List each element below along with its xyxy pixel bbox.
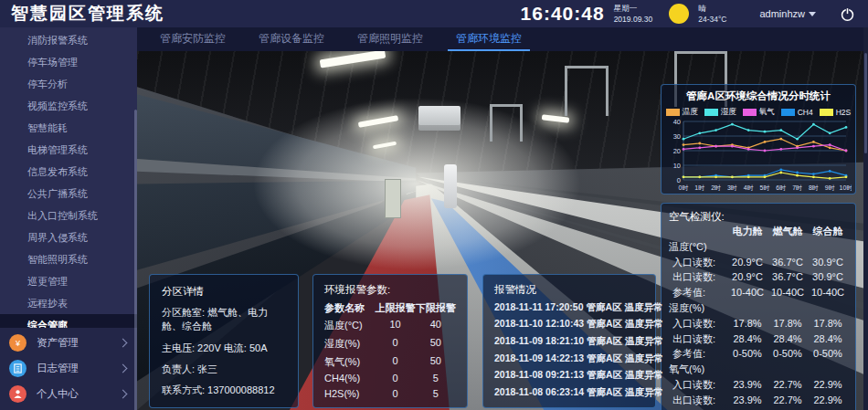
sidebar-group-label: 资产管理 bbox=[37, 336, 79, 350]
air-value: 17.8% bbox=[727, 316, 767, 331]
svg-text:¥: ¥ bbox=[15, 338, 21, 347]
page-scrollbar[interactable] bbox=[863, 27, 868, 410]
svg-text:3时: 3时 bbox=[727, 184, 737, 191]
sidebar-item[interactable]: 消防报警系统 bbox=[0, 29, 137, 51]
param-cell: 40 bbox=[416, 319, 456, 332]
chevron-right-icon bbox=[119, 338, 128, 347]
tab-item[interactable]: 管廊设备监控 bbox=[250, 27, 333, 51]
power-button[interactable] bbox=[840, 6, 855, 22]
legend-swatch bbox=[666, 109, 680, 116]
air-value: 30.9°C bbox=[808, 269, 848, 285]
date: 2019.09.30 bbox=[614, 15, 653, 24]
air-row-label: 出口读数: bbox=[669, 269, 727, 285]
param-cell: 50 bbox=[416, 355, 456, 369]
air-value: 0-50% bbox=[767, 346, 808, 362]
power-icon bbox=[840, 6, 855, 22]
svg-text:7时: 7时 bbox=[792, 184, 802, 191]
param-header: 参数名称 bbox=[324, 301, 375, 315]
tab-item[interactable]: 管廊照明监控 bbox=[349, 27, 431, 51]
svg-text:20: 20 bbox=[673, 147, 681, 155]
env-chart-panel: 管廊A区环境综合情况分时统计 温度湿度氧气CH4H2S 0102030400时1… bbox=[661, 84, 856, 194]
sidebar-item[interactable]: 停车分析 bbox=[0, 73, 137, 95]
param-row: CH4(%)05 bbox=[324, 373, 456, 384]
app-title: 智慧园区管理系统 bbox=[0, 2, 249, 26]
air-column-header: 电力舱 bbox=[727, 224, 767, 239]
topbar-right: 16:40:48 星期一 2019.09.30 晴 24-34°C adminh… bbox=[521, 3, 868, 25]
legend-item: CH4 bbox=[781, 108, 813, 117]
inspection-robot bbox=[444, 164, 457, 208]
air-value: 0-50% bbox=[808, 346, 848, 362]
alarm-panel-title: 报警情况 bbox=[494, 283, 644, 297]
sidebar-group-person[interactable]: 个人中心 bbox=[0, 381, 137, 406]
tab-active[interactable]: 管廊环境监控 bbox=[448, 27, 530, 51]
param-row: 温度(°C)1040 bbox=[324, 319, 456, 332]
air-row-label: 入口读数: bbox=[669, 255, 727, 270]
temp-range: 24-34°C bbox=[698, 15, 726, 24]
legend-swatch bbox=[781, 109, 795, 116]
svg-text:9时: 9时 bbox=[825, 184, 835, 191]
sidebar-item[interactable]: 停车场管理 bbox=[0, 51, 137, 73]
sidebar-item[interactable]: 公共广播系统 bbox=[0, 183, 137, 205]
line-chart: 0102030400时1时2时3时4时5时6时7时8时9时10时 bbox=[665, 118, 852, 196]
sidebar-scrollbar[interactable] bbox=[134, 110, 137, 410]
param-header: 上限报警 bbox=[375, 301, 415, 315]
air-column-header: 综合舱 bbox=[808, 224, 848, 239]
sidebar-item[interactable]: 巡更管理 bbox=[0, 270, 137, 292]
legend-label: 温度 bbox=[683, 107, 698, 118]
svg-text:0: 0 bbox=[677, 176, 681, 184]
air-value: 28.4% bbox=[767, 331, 808, 347]
alarm-item: 2018-11-09 18:21:10 管廊A区 温度异常 bbox=[494, 335, 644, 348]
param-cell: 湿度(%) bbox=[324, 337, 375, 351]
air-section-name: 温度(°C) bbox=[669, 239, 848, 255]
sidebar-item[interactable]: 远程抄表 bbox=[0, 292, 137, 314]
sidebar-item[interactable]: 出入口控制系统 bbox=[0, 205, 137, 226]
air-value: 17.8% bbox=[767, 316, 808, 331]
svg-text:1时: 1时 bbox=[694, 184, 704, 191]
user-menu[interactable]: adminhzw bbox=[759, 8, 816, 19]
air-value: 28.4% bbox=[808, 331, 848, 347]
log-icon bbox=[9, 360, 26, 377]
chart-legend: 温度湿度氧气CH4H2S bbox=[665, 107, 852, 118]
air-table: 电力舱燃气舱综合舱温度(°C)入口读数:20.9°C36.7°C30.9°C出口… bbox=[669, 224, 848, 410]
clock: 16:40:48 bbox=[521, 3, 605, 25]
alarm-item: 2018-11-10 12:10:43 管廊A区 温度异常 bbox=[494, 318, 644, 331]
param-cell: 10 bbox=[375, 319, 415, 332]
air-value: 10-40C bbox=[727, 285, 767, 300]
sidebar: 消防报警系统停车场管理停车分析视频监控系统智慧能耗电梯管理系统信息发布系统公共广… bbox=[0, 27, 137, 410]
param-cell: CH4(%) bbox=[324, 373, 375, 384]
scrollbar-thumb[interactable] bbox=[864, 53, 867, 153]
air-row-label: 参考值: bbox=[669, 346, 727, 362]
svg-text:30: 30 bbox=[673, 132, 681, 141]
person-icon bbox=[9, 385, 26, 403]
param-cell: 5 bbox=[416, 373, 456, 384]
chevron-right-icon bbox=[119, 363, 128, 373]
chart-title: 管廊A区环境综合情况分时统计 bbox=[665, 89, 852, 103]
legend-item: 氧气 bbox=[743, 107, 775, 118]
sidebar-item[interactable]: 信息发布系统 bbox=[0, 161, 137, 183]
air-value: 23.9% bbox=[727, 377, 767, 393]
air-panel-title: 空气检测仪: bbox=[669, 210, 848, 224]
tab-item[interactable]: 管廊安防监控 bbox=[152, 27, 234, 51]
zone-detail-row: 负责人: 张三 bbox=[162, 363, 286, 376]
legend-label: H2S bbox=[836, 108, 852, 117]
sidebar-groups: ¥资产管理日志管理个人中心 bbox=[0, 328, 137, 410]
sidebar-item[interactable]: 视频监控系统 bbox=[0, 95, 137, 117]
legend-label: 氧气 bbox=[759, 107, 775, 118]
param-cell: H2S(%) bbox=[324, 388, 375, 399]
sidebar-item[interactable]: 智慧能耗 bbox=[0, 117, 137, 139]
sidebar-item[interactable]: 智能照明系统 bbox=[0, 248, 137, 270]
air-detector-panel: 空气检测仪: 电力舱燃气舱综合舱温度(°C)入口读数:20.9°C36.7°C3… bbox=[661, 203, 856, 410]
param-panel-title: 环境报警参数: bbox=[324, 283, 456, 297]
sidebar-group-asset[interactable]: ¥资产管理 bbox=[0, 330, 137, 355]
param-header-row: 参数名称上限报警下限报警 bbox=[324, 301, 456, 315]
sidebar-group-log[interactable]: 日志管理 bbox=[0, 355, 137, 381]
air-value: 0-50% bbox=[727, 346, 767, 362]
sidebar-item[interactable]: 电梯管理系统 bbox=[0, 139, 137, 161]
sidebar-item[interactable]: 周界入侵系统 bbox=[0, 226, 137, 248]
param-cell: 温度(°C) bbox=[324, 319, 375, 332]
air-value: 20.9°C bbox=[727, 255, 767, 270]
alarm-item: 2018-11-08 06:23:14 管廊A区 温度异常 bbox=[494, 386, 644, 399]
zone-detail-row: 分区舱室: 燃气舱、电力舱、综合舱 bbox=[162, 306, 286, 333]
chevron-down-icon bbox=[809, 12, 816, 16]
date-block: 星期一 2019.09.30 bbox=[614, 4, 653, 24]
